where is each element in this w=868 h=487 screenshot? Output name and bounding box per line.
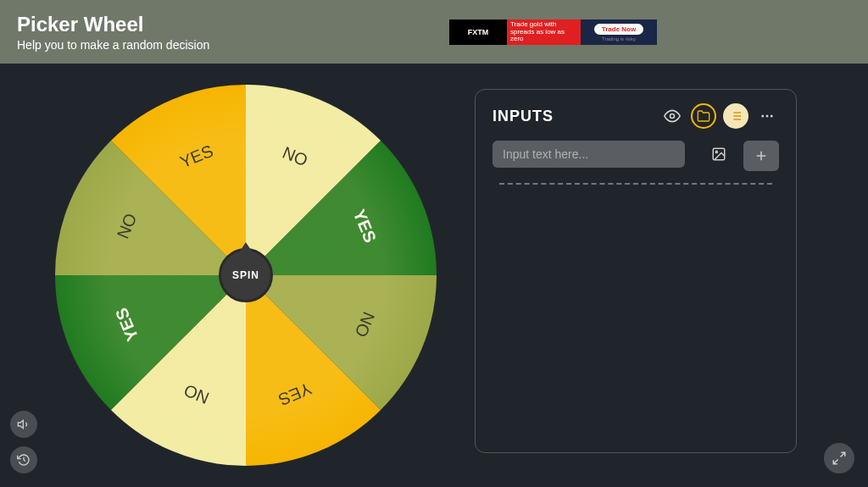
image-icon[interactable]	[711, 147, 726, 165]
app-subtitle: Help you to make a random decision	[17, 38, 209, 52]
app-header: Picker Wheel Help you to make a random d…	[0, 0, 868, 64]
wheel-container: NO YES NO YES NO YES NO YES SPIN	[51, 80, 441, 470]
history-button[interactable]	[10, 446, 37, 473]
spin-button[interactable]: SPIN	[219, 248, 273, 302]
ad-brand: FXTM	[449, 19, 507, 45]
text-input[interactable]	[492, 141, 685, 168]
svg-point-11	[715, 151, 717, 152]
svg-point-9	[771, 115, 773, 118]
list-icon[interactable]	[723, 103, 748, 129]
app-title: Picker Wheel	[17, 13, 209, 36]
ad-disclaimer: Trading is risky	[602, 36, 636, 42]
more-icon[interactable]	[755, 104, 779, 128]
inputs-panel: INPUTS	[475, 89, 797, 453]
svg-line-15	[841, 452, 845, 457]
svg-line-16	[833, 460, 837, 464]
ad-banner[interactable]: FXTM Trade gold with spreads as low as z…	[449, 19, 657, 45]
divider	[499, 183, 772, 185]
ad-cta-button[interactable]: Trade Now	[594, 24, 643, 35]
fullscreen-button[interactable]	[824, 443, 854, 473]
inputs-title: INPUTS	[492, 108, 554, 125]
spin-pointer-icon	[239, 242, 253, 252]
sound-button[interactable]	[10, 411, 37, 438]
svg-point-7	[761, 115, 764, 118]
folder-icon[interactable]	[691, 103, 716, 129]
svg-marker-14	[18, 420, 23, 428]
svg-point-0	[670, 114, 675, 119]
ad-text: Trade gold with spreads as low as zero	[507, 19, 581, 45]
visibility-icon[interactable]	[660, 104, 684, 128]
add-button[interactable]	[743, 141, 779, 171]
svg-point-8	[766, 115, 769, 118]
